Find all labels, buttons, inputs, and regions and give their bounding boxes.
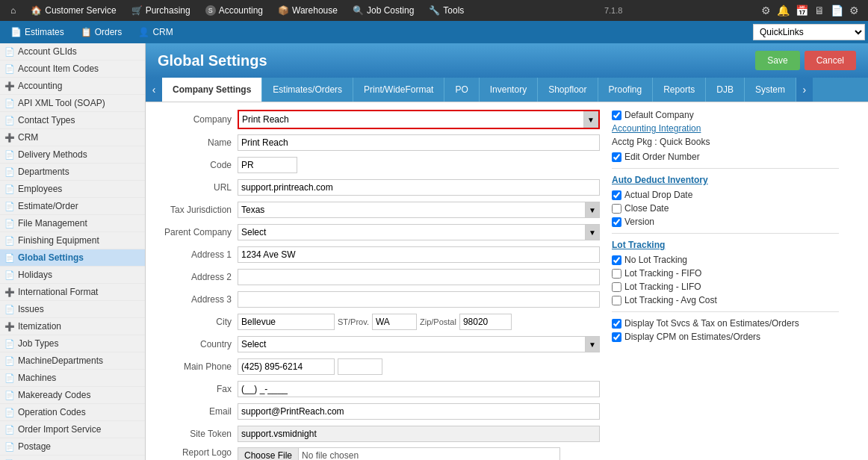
sidebar-item-departments[interactable]: 📄 Departments: [0, 164, 145, 181]
sidebar-item-holidays[interactable]: 📄 Holidays: [0, 267, 145, 284]
sidebar-item-account-glids[interactable]: 📄 Account GLIds: [0, 43, 145, 60]
tab-djb[interactable]: DJB: [706, 78, 745, 102]
sidebar-item-file-management[interactable]: 📄 File Management: [0, 215, 145, 232]
display-tot-checkbox[interactable]: [612, 319, 621, 329]
sidebar-item-delivery-methods[interactable]: 📄 Delivery Methods: [0, 146, 145, 164]
sidebar-item-postage[interactable]: 📄 Postage: [0, 438, 145, 456]
sidebar-item-account-item-codes[interactable]: 📄 Account Item Codes: [0, 60, 145, 78]
network-icon[interactable]: ⚙: [761, 4, 771, 16]
addr1-row: Address 1: [152, 246, 600, 264]
choose-file-button[interactable]: Choose File: [238, 447, 299, 460]
phone-ext-input[interactable]: [338, 358, 382, 375]
sidebar-item-contact-types[interactable]: 📄 Contact Types: [0, 112, 145, 129]
home-button[interactable]: ⌂: [3, 0, 23, 21]
default-company-checkbox[interactable]: [612, 111, 621, 120]
notification-icon[interactable]: 🔔: [777, 4, 790, 16]
divider-3: [612, 311, 839, 312]
sidebar-item-machine-departments[interactable]: 📄 MachineDepartments: [0, 352, 145, 370]
tax-select-wrapper: Texas ▼: [238, 202, 600, 218]
sidebar-item-machines[interactable]: 📄 Machines: [0, 370, 145, 387]
home-icon: ⌂: [10, 5, 16, 16]
save-button[interactable]: Save: [755, 51, 799, 70]
lot-fifo-checkbox[interactable]: [612, 269, 621, 279]
no-lot-checkbox[interactable]: [612, 255, 621, 265]
tab-inventory[interactable]: Inventory: [480, 78, 538, 102]
actual-drop-checkbox[interactable]: [612, 190, 621, 200]
tab-po[interactable]: PO: [444, 78, 479, 102]
company-select[interactable]: Print Reach: [239, 111, 598, 128]
sidebar-item-order-import-service[interactable]: 📄 Order Import Service: [0, 421, 145, 438]
tab-next-button[interactable]: ›: [796, 78, 813, 102]
url-input[interactable]: [238, 179, 600, 196]
display-cpm-checkbox[interactable]: [612, 332, 621, 342]
nav-crm[interactable]: 👤 CRM: [131, 21, 180, 43]
sidebar-item-itemization[interactable]: ➕ Itemization: [0, 318, 145, 335]
sidebar-item-accounting[interactable]: ➕ Accounting: [0, 78, 145, 95]
lot-tracking-link[interactable]: Lot Tracking: [612, 240, 665, 250]
auto-deduct-link[interactable]: Auto Deduct Inventory: [612, 175, 708, 185]
sidebar-item-estimate-order[interactable]: 📄 Estimate/Order: [0, 198, 145, 215]
sidebar-item-makeready-codes[interactable]: 📄 Makeready Codes: [0, 387, 145, 404]
edit-order-checkbox[interactable]: [612, 152, 621, 162]
parent-label: Parent Company: [152, 227, 238, 237]
tab-proofing[interactable]: Proofing: [598, 78, 654, 102]
tax-label: Tax Jurisdiction: [152, 205, 238, 215]
country-select[interactable]: Select: [238, 336, 600, 352]
sidebar-item-finishing-equipment[interactable]: 📄 Finishing Equipment: [0, 232, 145, 249]
addr2-input[interactable]: [238, 269, 600, 285]
lot-lifo-checkbox[interactable]: [612, 282, 621, 292]
email-input[interactable]: [238, 403, 600, 420]
sidebar-item-global-settings[interactable]: 📄 Global Settings: [0, 249, 145, 267]
name-label: Name: [152, 137, 238, 148]
accounting-integration-link[interactable]: Accounting Integration: [612, 123, 701, 134]
city-input[interactable]: [238, 314, 335, 330]
tax-select[interactable]: Texas: [238, 202, 600, 218]
nav-purchasing[interactable]: 🛒 Purchasing: [124, 0, 198, 21]
version-checkbox[interactable]: [612, 217, 621, 227]
tab-print-wideformat[interactable]: Print/WideFormat: [353, 78, 444, 102]
nav-tools[interactable]: 🔧 Tools: [421, 0, 471, 21]
nav-estimates[interactable]: 📄 Estimates: [3, 21, 72, 43]
tab-estimates-orders[interactable]: Estimates/Orders: [262, 78, 353, 102]
sidebar-item-job-types[interactable]: 📄 Job Types: [0, 335, 145, 352]
addr1-input[interactable]: [238, 246, 600, 263]
nav-job-costing[interactable]: 🔍 Job Costing: [345, 0, 421, 21]
lot-avg-checkbox[interactable]: [612, 296, 621, 305]
sidebar-item-crm[interactable]: ➕ CRM: [0, 129, 145, 146]
nav-orders[interactable]: 📋 Orders: [73, 21, 130, 43]
fax-input[interactable]: [238, 381, 600, 397]
quicklinks-select[interactable]: QuickLinks: [753, 24, 865, 40]
sidebar-item-international-format[interactable]: ➕ International Format: [0, 284, 145, 301]
sidebar-item-operation-codes[interactable]: 📄 Operation Codes: [0, 404, 145, 421]
tab-system[interactable]: System: [745, 78, 796, 102]
code-input[interactable]: [238, 157, 297, 173]
name-input[interactable]: [238, 134, 600, 151]
divider-2: [612, 233, 839, 234]
calendar-icon[interactable]: 📅: [796, 4, 808, 16]
tab-company-settings[interactable]: Company Settings: [162, 78, 262, 102]
addr3-input[interactable]: [238, 291, 600, 308]
sidebar-item-print[interactable]: 📄 Print: [0, 456, 145, 460]
file-icon[interactable]: 📄: [831, 4, 843, 16]
sidebar-item-issues[interactable]: 📄 Issues: [0, 301, 145, 318]
site-token-input[interactable]: [238, 426, 600, 442]
parent-select[interactable]: Select: [238, 224, 600, 240]
tab-prev-button[interactable]: ‹: [146, 78, 162, 102]
st-input[interactable]: [372, 314, 417, 330]
settings-icon[interactable]: ⚙: [849, 4, 859, 16]
sidebar-item-api-xml[interactable]: 📄 API XML Tool (SOAP): [0, 95, 145, 112]
nav-customer-service[interactable]: 🏠 Customer Service: [23, 0, 123, 21]
main-layout: 📄 Account GLIds 📄 Account Item Codes ➕ A…: [0, 43, 868, 460]
zip-input[interactable]: [459, 314, 512, 330]
monitor-icon[interactable]: 🖥: [814, 4, 825, 16]
phone-input[interactable]: [238, 358, 335, 375]
site-token-label: Site Token: [152, 429, 238, 439]
content-area: Global Settings Save Cancel ‹ Company Se…: [146, 43, 868, 460]
nav-accounting[interactable]: S Accounting: [198, 0, 270, 21]
nav-warehouse[interactable]: 📦 Warehouse: [270, 0, 345, 21]
tab-shopfloor[interactable]: Shopfloor: [538, 78, 598, 102]
cancel-button[interactable]: Cancel: [805, 51, 856, 70]
tab-reports[interactable]: Reports: [653, 78, 706, 102]
close-date-checkbox[interactable]: [612, 204, 621, 214]
sidebar-item-employees[interactable]: 📄 Employees: [0, 181, 145, 198]
